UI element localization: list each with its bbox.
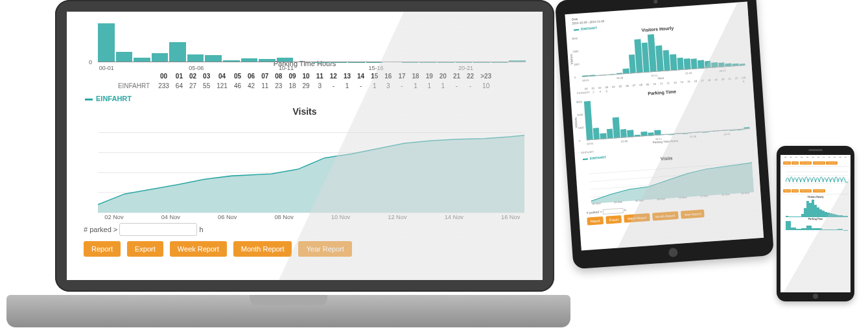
svg-text:400: 400 [589,188,589,191]
week-report-button[interactable]: Week Report [800,161,812,165]
visits-title: Visits [78,106,531,117]
svg-text:08 Nov: 08 Nov [657,197,665,201]
week-report-button-2[interactable]: Week Report [800,189,812,193]
svg-text:02 Nov: 02 Nov [104,214,124,219]
laptop-bezel: 0 [55,0,554,292]
year-report-button[interactable]: Year Report [298,241,351,257]
export-button[interactable]: Export [792,161,799,165]
legend-einfahrt: EINFAHRT [85,95,531,102]
week-report-button[interactable]: Week Report [170,241,227,257]
phone-screen: 000204060810121416182022 ------------ Re… [780,155,850,292]
svg-text:06 Nov: 06 Nov [635,199,644,203]
date-label: Date [572,18,578,21]
report-button-row: Report Export Week Report Month Report Y… [783,161,848,165]
y-zero-label: 0 [89,59,92,65]
tablet-screen: Date 2015-10-18 - 2015-11-02 EINFAHRT Vi… [565,2,764,251]
month-report-button[interactable]: Month Report [813,161,825,165]
svg-text:02 Nov: 02 Nov [592,202,601,205]
month-report-button-2[interactable]: Month Report [813,189,825,193]
report-button[interactable]: Report [783,161,791,165]
parked-suffix: h [199,226,203,233]
parked-filter: # parked > h [84,223,531,236]
table-row-label: EINFAHRT [115,81,155,91]
parked-hours-input[interactable] [603,208,624,215]
svg-text:06 Nov: 06 Nov [218,214,237,219]
visitors-hourly-chart [786,199,848,217]
svg-text:16 Nov: 16 Nov [501,214,521,219]
phone-device: 000204060810121416182022 ------------ Re… [777,146,854,301]
svg-text:04 Nov: 04 Nov [161,214,181,219]
svg-text:10 Nov: 10 Nov [331,214,351,219]
export-button[interactable]: Export [127,241,163,257]
month-report-button[interactable]: Month Report [233,241,292,257]
laptop-screen: 0 [67,12,543,280]
visitors-hourly-title: Visitors Hourly [782,196,849,198]
year-report-button[interactable]: Year Report [826,161,837,165]
parking-time-bar-chart: 0 [98,23,526,62]
tablet-device: Date 2015-10-18 - 2015-11-02 EINFAHRT Vi… [555,0,774,269]
svg-text:08 Nov: 08 Nov [274,214,294,219]
year-report-button[interactable]: Year Report [681,209,705,219]
report-button-2[interactable]: Report [783,189,791,193]
laptop-base [6,295,570,327]
svg-text:04 Nov: 04 Nov [614,200,622,204]
hours-table: 0001020304050607080910111213141516171819… [115,71,495,91]
export-button[interactable]: Export [605,215,622,224]
report-button-row: Report Export Week Report Month Report Y… [84,241,531,257]
phone-line-chart [786,168,848,185]
export-button-2[interactable]: Export [792,189,799,193]
month-report-button[interactable]: Month Report [652,211,679,221]
report-button[interactable]: Report [84,241,121,257]
svg-text:10 Nov: 10 Nov [678,196,686,200]
laptop-device: 0 [6,0,570,327]
parked-prefix: # parked > [84,226,117,233]
report-button[interactable]: Report [587,217,604,226]
svg-text:14 Nov: 14 Nov [721,193,730,196]
parked-hours-input[interactable] [119,223,197,236]
svg-text:12 Nov: 12 Nov [700,194,709,198]
visits-area-chart: 800 600 400 200 02 Nov 04 Nov 06 Nov 08 … [98,119,524,217]
week-report-button[interactable]: Week Report [624,213,650,223]
parking-time-title: Parking Time [782,218,849,220]
svg-text:12 Nov: 12 Nov [388,214,407,219]
svg-text:16 Nov: 16 Nov [741,191,749,195]
parking-time-chart [786,221,848,230]
svg-text:14 Nov: 14 Nov [445,214,464,219]
svg-text:200: 200 [589,196,590,199]
